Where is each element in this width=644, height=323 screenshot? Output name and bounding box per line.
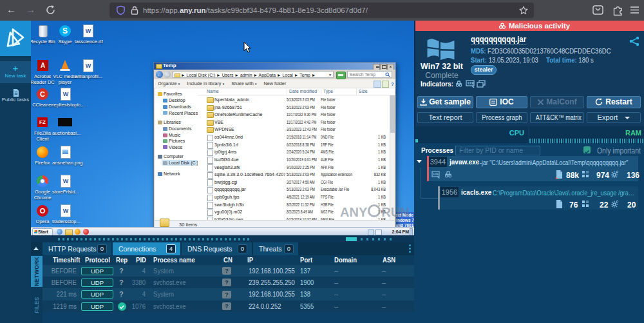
- svg-text:EXE: EXE: [468, 81, 475, 85]
- svg-text:EXE: EXE: [433, 173, 439, 176]
